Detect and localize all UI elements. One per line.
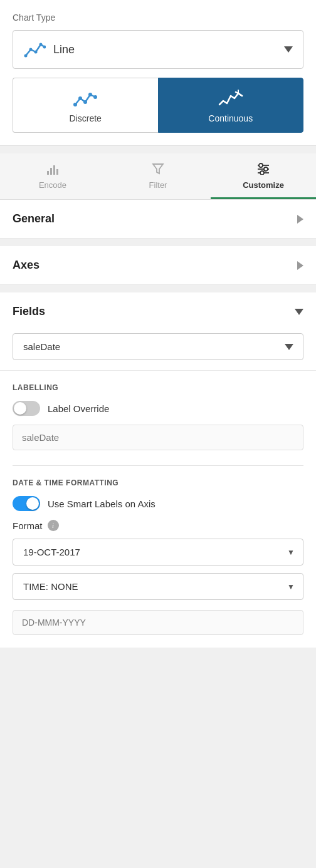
time-select[interactable]: TIME: NONE HH:MM HH:MM:SS	[13, 573, 303, 600]
tab-customize[interactable]: Customize	[211, 153, 316, 199]
datetime-section-label: DATE & TIME FORMATTING	[13, 478, 303, 487]
divider-1	[13, 465, 303, 466]
format-row: Format i	[13, 520, 303, 531]
general-chevron-right-icon	[297, 215, 303, 224]
svg-rect-12	[53, 165, 55, 175]
format-date-select-wrapper: 19-OCT-2017 10/19/2017 Oct 19, 2017 ▼	[13, 539, 303, 566]
smart-labels-label: Use Smart Labels on Axis	[48, 499, 155, 509]
field-select[interactable]: saleDate saleAmount category	[13, 333, 303, 360]
svg-point-9	[93, 95, 97, 99]
svg-point-6	[78, 96, 82, 100]
chart-type-dropdown[interactable]: Line	[13, 30, 303, 69]
chart-type-chevron-icon	[284, 46, 293, 53]
axes-chevron-right-icon	[297, 261, 303, 270]
field-select-wrapper: saleDate saleAmount category	[13, 333, 303, 360]
tabs-section: Encode Filter Customize	[0, 153, 316, 200]
labelling-section-label: LABELLING	[13, 383, 303, 392]
gap-2	[0, 239, 316, 246]
format-label: Format	[13, 520, 43, 531]
settings-panel: LABELLING Label Override DATE & TIME FOR…	[0, 371, 316, 648]
format-date-select[interactable]: 19-OCT-2017 10/19/2017 Oct 19, 2017	[13, 539, 303, 566]
label-override-row: Label Override	[13, 401, 303, 416]
tab-filter[interactable]: Filter	[105, 153, 211, 199]
line-chart-icon	[23, 38, 46, 61]
label-override-toggle[interactable]	[13, 401, 40, 416]
toggle-knob	[14, 402, 26, 415]
svg-point-1	[29, 48, 33, 51]
gap-3	[0, 285, 316, 292]
format-info-icon[interactable]: i	[48, 520, 59, 531]
svg-rect-10	[47, 171, 49, 175]
axes-title: Axes	[13, 259, 40, 272]
svg-point-3	[40, 43, 43, 46]
fields-chevron-down-icon	[295, 309, 303, 315]
svg-point-2	[34, 51, 38, 54]
smart-labels-toggle[interactable]	[13, 496, 40, 511]
svg-point-20	[260, 171, 264, 175]
fields-header[interactable]: Fields	[0, 292, 316, 331]
svg-point-18	[264, 167, 268, 171]
fields-dropdown-row: saleDate saleAmount category	[0, 331, 316, 370]
general-section-row[interactable]: General	[0, 200, 316, 239]
fields-section: Fields saleDate saleAmount category	[0, 292, 316, 371]
chart-type-selected-label: Line	[53, 43, 75, 56]
chart-type-section: Chart Type Line	[0, 0, 316, 146]
fields-title: Fields	[13, 305, 45, 318]
svg-point-16	[259, 163, 263, 167]
discrete-icon	[73, 87, 98, 110]
chart-type-label: Chart Type	[13, 13, 303, 23]
label-override-label: Label Override	[48, 403, 109, 414]
axes-section-row[interactable]: Axes	[0, 246, 316, 285]
svg-rect-11	[50, 168, 52, 175]
svg-point-0	[24, 54, 28, 58]
filter-icon	[152, 162, 164, 178]
label-override-input[interactable]	[13, 425, 303, 450]
chart-type-buttons: Discrete Continuous	[13, 78, 303, 133]
tab-encode[interactable]: Encode	[0, 153, 105, 199]
gap-1	[0, 146, 316, 153]
svg-point-7	[83, 100, 87, 104]
customize-icon	[256, 162, 270, 178]
svg-point-8	[88, 93, 92, 96]
format-pattern-input[interactable]	[13, 610, 303, 635]
encode-icon	[46, 162, 60, 178]
smart-labels-knob	[26, 497, 39, 510]
time-select-wrapper: TIME: NONE HH:MM HH:MM:SS ▼	[13, 573, 303, 600]
continuous-button[interactable]: Continuous	[158, 78, 304, 133]
continuous-icon	[218, 87, 243, 110]
svg-rect-13	[56, 169, 58, 175]
settings-inner: LABELLING Label Override DATE & TIME FOR…	[0, 371, 316, 648]
discrete-button[interactable]: Discrete	[13, 78, 158, 133]
svg-marker-14	[153, 164, 163, 173]
chart-type-dropdown-left: Line	[23, 38, 75, 61]
svg-point-5	[73, 103, 77, 106]
general-title: General	[13, 212, 55, 225]
smart-labels-row: Use Smart Labels on Axis	[13, 496, 303, 511]
